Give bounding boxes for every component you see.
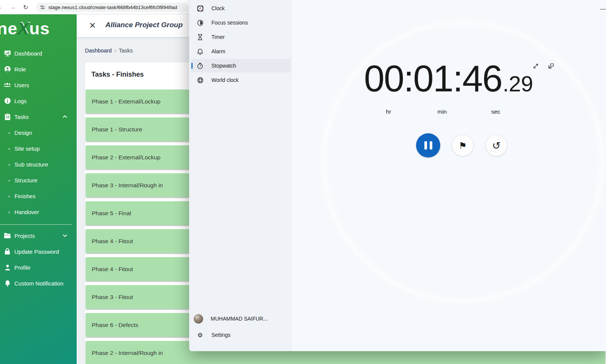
browser-forward-icon[interactable]: → <box>8 3 17 12</box>
sidebar-item-custom-notification[interactable]: Custom Notification <box>0 275 77 291</box>
tasks-icon <box>4 113 11 120</box>
clock-nav-label: World clock <box>211 77 239 83</box>
stopwatch-time-main: 00:01:46 <box>364 57 502 100</box>
subitem-label: Site setup <box>14 145 40 152</box>
sidebar-subitem-design[interactable]: ›Design <box>0 125 77 140</box>
person-icon <box>4 264 11 271</box>
sidebar-item-label: Profile <box>14 264 31 271</box>
logo-right: us <box>29 19 50 38</box>
selected-accent-bar <box>191 63 193 69</box>
sidebar-subitem-handover[interactable]: ›Handover <box>0 204 77 220</box>
chevron-right-icon: › <box>8 146 10 151</box>
logo-left: ne <box>0 19 18 38</box>
browser-reload-icon[interactable]: ↻ <box>21 3 30 12</box>
user-name: MUHAMMAD SAIFUR... <box>211 316 268 322</box>
chevron-right-icon: › <box>8 193 10 199</box>
chevron-right-icon: › <box>8 209 10 215</box>
sidebar-item-users[interactable]: Users <box>0 77 77 93</box>
breadcrumb: Dashboard›Tasks <box>85 48 133 54</box>
sidebar-item-role[interactable]: Role <box>0 61 77 77</box>
unit-label-min: min <box>438 108 447 115</box>
sidebar-item-label: Role <box>14 66 26 72</box>
chevron-down-icon[interactable] <box>63 234 67 237</box>
clock-nav-alarm[interactable]: Alarm <box>191 45 291 58</box>
sidebar-item-label: Update Password <box>14 248 59 255</box>
close-icon[interactable]: ✕ <box>88 21 97 30</box>
folder-icon <box>4 232 11 239</box>
sidebar-item-label: Custom Notification <box>14 280 63 287</box>
clock-nav-stopwatch[interactable]: Stopwatch <box>191 59 291 72</box>
app-sidebar: neXus Dashboard Role Users Logs Tasks ›D… <box>0 14 77 364</box>
chevron-up-icon[interactable] <box>63 115 67 118</box>
expand-icon[interactable] <box>532 63 539 69</box>
gear-icon: ⚙ <box>197 332 204 338</box>
clock-nav-timer[interactable]: Timer <box>191 30 291 44</box>
clock-app-icon <box>197 5 204 12</box>
sidebar-subitem-finishes[interactable]: ›Finishes <box>0 188 77 204</box>
sidebar-item-tasks[interactable]: Tasks <box>0 109 77 125</box>
breadcrumb-separator: › <box>114 48 116 54</box>
clock-nav-clock[interactable]: Clock <box>191 2 291 15</box>
focus-sessions-icon <box>197 19 204 26</box>
sidebar-subitem-sub-structure[interactable]: ›Sub structure <box>0 156 77 172</box>
unit-label-sec: sec <box>491 108 500 115</box>
address-bar[interactable]: stage.nexus1.cloud/create-task/668fb44b1… <box>36 3 189 12</box>
sidebar-item-logs[interactable]: Logs <box>0 93 77 109</box>
clock-nav-world-clock[interactable]: World clock <box>191 73 291 87</box>
lap-flag-button[interactable]: ⚑ <box>452 135 473 156</box>
clock-nav-settings[interactable]: ⚙ Settings <box>191 328 290 342</box>
browser-back-icon[interactable]: ← <box>0 3 4 12</box>
bell-icon <box>4 280 11 287</box>
clock-nav-label: Focus sessions <box>211 20 248 26</box>
user-avatar <box>194 314 203 324</box>
subitem-label: Design <box>14 130 32 136</box>
reset-button[interactable]: ↺ <box>486 135 507 156</box>
alarm-icon <box>197 48 204 55</box>
sidebar-item-projects[interactable]: Projects <box>0 228 77 244</box>
chevron-right-icon: › <box>8 162 10 167</box>
lock-icon <box>4 248 11 255</box>
world-clock-icon <box>197 77 204 83</box>
subitem-label: Structure <box>14 177 37 184</box>
sidebar-item-update-password[interactable]: Update Password <box>0 244 77 259</box>
pause-button[interactable] <box>416 133 440 157</box>
pause-icon <box>424 141 427 150</box>
sidebar-item-profile[interactable]: Profile <box>0 259 77 275</box>
sidebar-subitem-site-setup[interactable]: ›Site setup <box>0 140 77 156</box>
unit-label-hr: hr <box>386 108 391 115</box>
breadcrumb-dashboard[interactable]: Dashboard <box>85 48 112 54</box>
sidebar-subitem-structure[interactable]: ›Structure <box>0 172 77 188</box>
chevron-right-icon: › <box>8 177 10 183</box>
clock-sidebar: Clock Focus sessions Timer Alarm Stopwat… <box>189 0 292 351</box>
clock-nav-label: Timer <box>211 34 225 40</box>
clock-nav-focus-sessions[interactable]: Focus sessions <box>191 16 291 29</box>
dashboard-icon <box>4 50 11 57</box>
subitem-label: Sub structure <box>14 161 48 168</box>
user-account-row[interactable]: MUHAMMAD SAIFUR... <box>191 311 290 327</box>
stopwatch-icon <box>197 62 204 69</box>
subitem-label: Finishes <box>14 193 35 199</box>
compact-overlay-icon[interactable] <box>547 63 554 69</box>
flag-icon: ⚑ <box>459 140 467 151</box>
clock-app-window: Clock Focus sessions Timer Alarm Stopwat… <box>189 0 606 351</box>
sidebar-item-label: Tasks <box>14 114 29 120</box>
url-text[interactable]: stage.nexus1.cloud/create-task/668fb44b1… <box>48 5 177 10</box>
stopwatch-panel: — 00:01:46.29 hr min sec ⚑ ↺ <box>292 0 606 351</box>
sidebar-item-label: Logs <box>14 98 27 104</box>
logs-icon <box>4 97 11 105</box>
role-icon <box>4 66 11 73</box>
site-settings-icon[interactable] <box>40 5 45 10</box>
chevron-right-icon: › <box>8 130 10 136</box>
clock-nav-label: Stopwatch <box>211 63 236 69</box>
stopwatch-time: 00:01:46.29 <box>364 57 533 100</box>
clock-nav-label: Alarm <box>211 48 225 54</box>
reset-icon: ↺ <box>492 140 501 152</box>
sidebar-item-label: Dashboard <box>14 50 42 57</box>
modal-title: Alliance Project Group <box>105 21 183 29</box>
sidebar-item-label: Projects <box>14 233 35 239</box>
sidebar-item-dashboard[interactable]: Dashboard <box>0 45 77 61</box>
subitem-label: Handover <box>14 209 39 215</box>
clock-nav-label: Clock <box>211 5 225 11</box>
minimize-icon[interactable]: — <box>599 4 606 12</box>
logo-x: X <box>18 19 29 38</box>
